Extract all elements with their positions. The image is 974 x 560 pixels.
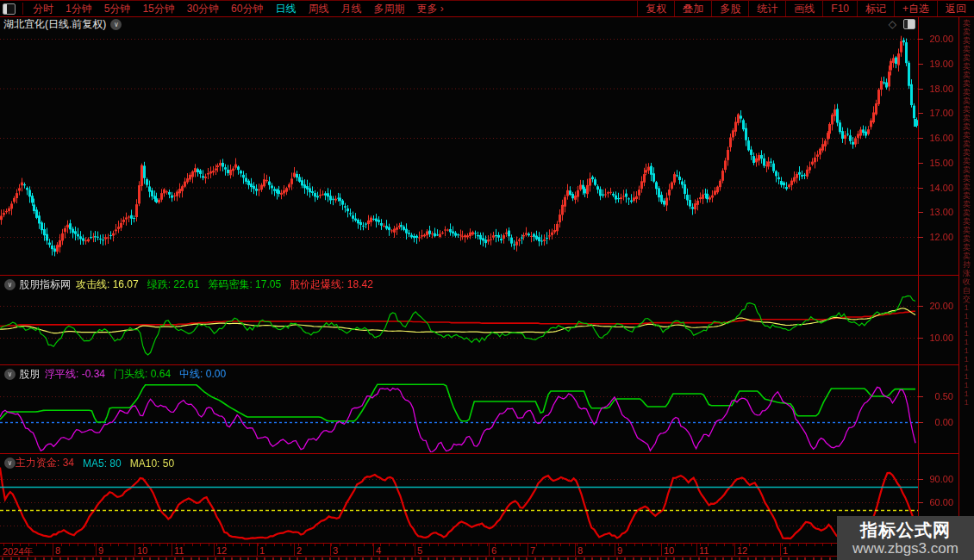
time-label: 11	[699, 545, 709, 556]
menu-item-action[interactable]: 叠加	[674, 1, 711, 16]
minor-tick	[258, 544, 259, 546]
minor-tick	[118, 544, 119, 546]
gupeng-panel-header: ∨ 股朋 浮平线: -0.34门头线: 0.64中线: 0.00	[0, 367, 234, 382]
minor-tick	[78, 544, 78, 546]
minor-tick	[167, 544, 168, 546]
menu-item-period[interactable]: 60分钟	[225, 2, 269, 16]
minor-tick	[315, 544, 315, 546]
minor-tick	[127, 544, 128, 546]
minor-tick	[85, 544, 86, 546]
action-menu: 复权叠加多股统计画线F10标记+自选返回	[637, 1, 974, 16]
minor-tick	[602, 544, 603, 546]
minor-tick	[626, 544, 627, 546]
menu-item-period[interactable]: 5分钟	[98, 2, 137, 16]
month-separator	[294, 544, 295, 557]
minor-tick	[454, 544, 455, 546]
minor-tick	[331, 544, 332, 546]
minor-tick	[364, 544, 365, 546]
minor-tick	[265, 544, 266, 546]
minor-tick	[560, 544, 561, 546]
minor-tick	[585, 544, 586, 546]
time-label: 10	[137, 545, 147, 556]
collapse-icon[interactable]: ∨	[4, 369, 16, 380]
panel-icon[interactable]	[903, 19, 915, 29]
month-separator	[615, 544, 615, 557]
clipped-bottom-row	[0, 557, 918, 560]
menu-item-action[interactable]: 返回	[937, 1, 974, 16]
menu-item-period[interactable]: 30分钟	[181, 2, 225, 16]
axis-label: 16.00	[908, 134, 953, 143]
minor-tick	[659, 544, 659, 546]
minor-tick	[503, 544, 504, 546]
axis-label: 20.00	[908, 302, 953, 311]
indicator-panel-lines[interactable]	[0, 286, 918, 364]
menu-item-period[interactable]: 多周期	[367, 2, 410, 16]
time-label: 11	[174, 545, 184, 556]
minor-tick	[438, 544, 439, 546]
minor-tick	[61, 544, 62, 546]
minor-tick	[290, 544, 291, 546]
menu-item-action[interactable]: F10	[822, 1, 857, 16]
menu-item-period[interactable]: 1分钟	[59, 2, 98, 16]
minor-tick	[749, 544, 750, 546]
month-separator	[696, 544, 697, 557]
minor-tick	[716, 544, 717, 546]
month-separator	[134, 544, 135, 557]
current-price-marker	[914, 119, 917, 127]
menu-item-period[interactable]: 15分钟	[136, 2, 180, 16]
indicator-value: MA10: 50	[130, 457, 174, 470]
collapse-icon[interactable]: ∨	[4, 457, 16, 469]
menu-item-period[interactable]: 日线	[269, 2, 302, 16]
menu-item-period[interactable]: 更多 ›	[410, 2, 449, 16]
time-label: 9	[98, 545, 103, 556]
minor-tick	[536, 544, 537, 546]
minor-tick	[396, 544, 397, 546]
time-label: 4	[376, 545, 381, 556]
panel-toggle-icon[interactable]	[3, 3, 16, 15]
menu-item-action[interactable]: 画线	[785, 1, 822, 16]
diamond-icon[interactable]: ◇	[889, 18, 896, 30]
collapse-icon[interactable]: ∨	[4, 279, 16, 290]
month-separator	[661, 544, 662, 557]
minor-tick	[389, 544, 390, 546]
app-window: 分时1分钟5分钟15分钟30分钟60分钟日线周线月线多周期更多 › 复权叠加多股…	[0, 0, 974, 560]
time-axis: 2024年891011121234567891011121	[0, 543, 918, 557]
menu-item-action[interactable]: 统计	[748, 1, 785, 16]
menu-item-period[interactable]: 分时	[27, 2, 59, 16]
minor-tick	[446, 544, 446, 546]
menu-item-period[interactable]: 周线	[302, 2, 334, 16]
minor-tick	[651, 544, 652, 546]
time-label: 10	[664, 545, 674, 556]
month-separator	[780, 544, 781, 557]
minor-tick	[405, 544, 406, 546]
minor-tick	[634, 544, 635, 546]
minor-tick	[471, 544, 471, 546]
minor-tick	[413, 544, 414, 546]
menu-item-action[interactable]: +自选	[894, 1, 937, 16]
menu-item-action[interactable]: 标记	[857, 1, 894, 16]
axis-label: 15.00	[908, 159, 953, 168]
minor-tick	[815, 544, 815, 546]
menu-item-action[interactable]: 复权	[637, 1, 674, 16]
indicator-value: 攻击线: 16.07	[76, 277, 139, 292]
indicator-name: 股朋	[19, 367, 40, 382]
main-candlestick-chart[interactable]	[0, 31, 918, 275]
minor-tick	[593, 544, 594, 546]
minor-tick	[831, 544, 832, 546]
minor-tick	[822, 544, 823, 546]
axis-label: 20.00	[908, 34, 953, 44]
minor-tick	[307, 544, 308, 546]
chevron-down-icon[interactable]: ∨	[110, 19, 122, 30]
minor-tick	[553, 544, 553, 546]
axis-label: 18.00	[908, 84, 953, 94]
axis-label: 0.50	[908, 392, 953, 401]
axis-label: 10.00	[908, 333, 953, 343]
indicator-value: 主力资金: 34	[16, 456, 74, 470]
minor-tick	[241, 544, 242, 546]
menu-item-period[interactable]: 月线	[334, 2, 367, 16]
minor-tick	[790, 544, 790, 546]
time-label: 7	[530, 545, 535, 556]
minor-tick	[733, 544, 734, 546]
minor-tick	[429, 544, 430, 546]
menu-item-action[interactable]: 多股	[711, 1, 748, 16]
